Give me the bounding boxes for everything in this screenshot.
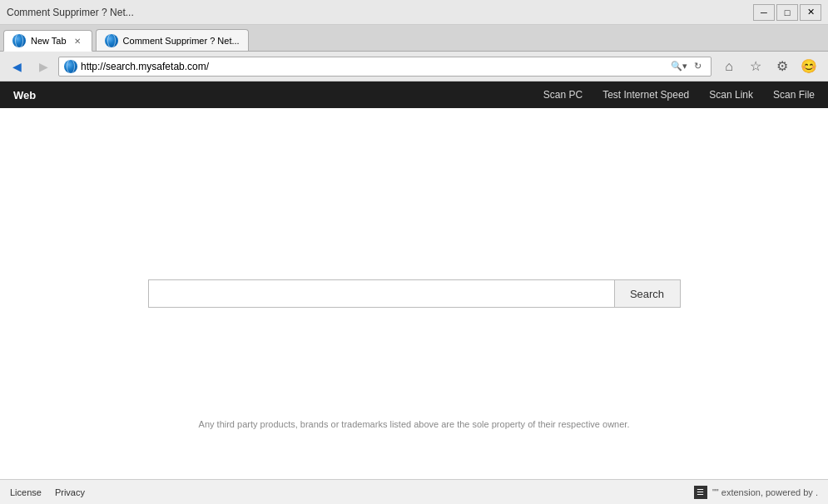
address-buttons: 🔍▾ ↻ bbox=[671, 57, 706, 76]
address-bar: ◀ ▶ 🔍▾ ↻ ⌂ ☆ ⚙ 😊 bbox=[0, 52, 828, 82]
search-button[interactable]: Search bbox=[614, 279, 681, 308]
tab-label-comment: Comment Supprimer ? Net... bbox=[123, 36, 240, 46]
tab-label-new-tab: New Tab bbox=[31, 36, 67, 46]
extension-text: "" extension, powered by . bbox=[712, 487, 818, 497]
footer-privacy-link[interactable]: Privacy bbox=[55, 487, 85, 497]
refresh-button[interactable]: ↻ bbox=[689, 57, 706, 76]
tab-bar: New Tab ✕ Comment Supprimer ? Net... bbox=[0, 25, 828, 52]
title-bar: Comment Supprimer ? Net... ─ □ ✕ bbox=[0, 0, 828, 25]
tab-close-new-tab[interactable]: ✕ bbox=[72, 35, 83, 47]
footer-right: ☰ "" extension, powered by . bbox=[694, 486, 818, 499]
tab-new-tab[interactable]: New Tab ✕ bbox=[3, 30, 92, 52]
settings-button[interactable]: ⚙ bbox=[771, 56, 793, 77]
tab-icon-comment bbox=[105, 34, 118, 47]
close-button[interactable]: ✕ bbox=[800, 4, 821, 21]
favorites-button[interactable]: ☆ bbox=[745, 56, 766, 77]
title-bar-title: Comment Supprimer ? Net... bbox=[7, 7, 134, 18]
back-button[interactable]: ◀ bbox=[5, 56, 28, 77]
nav-bar: Web Scan PC Test Internet Speed Scan Lin… bbox=[0, 82, 828, 108]
nav-link-scan-link[interactable]: Scan Link bbox=[709, 89, 753, 101]
title-bar-left: Comment Supprimer ? Net... bbox=[7, 7, 134, 18]
tab-icon-new-tab bbox=[12, 34, 26, 47]
search-area: Search bbox=[148, 279, 681, 308]
main-content: Search Any third party products, brands … bbox=[0, 108, 828, 479]
search-dropdown-button[interactable]: 🔍▾ bbox=[671, 57, 687, 76]
disclaimer-text: Any third party products, brands or trad… bbox=[0, 419, 828, 429]
extension-icon: ☰ bbox=[694, 486, 707, 499]
address-globe-icon bbox=[64, 60, 77, 73]
nav-link-scan-file[interactable]: Scan File bbox=[773, 89, 815, 101]
nav-link-scan-pc[interactable]: Scan PC bbox=[543, 89, 583, 101]
address-field: 🔍▾ ↻ bbox=[58, 57, 711, 77]
maximize-button[interactable]: □ bbox=[776, 4, 798, 21]
footer-links: License Privacy bbox=[10, 487, 85, 497]
address-input[interactable] bbox=[81, 61, 667, 72]
tab-comment-supprimer[interactable]: Comment Supprimer ? Net... bbox=[96, 29, 249, 51]
minimize-button[interactable]: ─ bbox=[753, 4, 775, 21]
search-input[interactable] bbox=[148, 279, 614, 308]
nav-link-test-speed[interactable]: Test Internet Speed bbox=[602, 89, 689, 101]
forward-button[interactable]: ▶ bbox=[32, 56, 55, 77]
toolbar-right: ⌂ ☆ ⚙ 😊 bbox=[715, 56, 823, 77]
footer-license-link[interactable]: License bbox=[10, 487, 42, 497]
home-button[interactable]: ⌂ bbox=[718, 56, 740, 77]
footer: License Privacy ☰ "" extension, powered … bbox=[0, 479, 828, 504]
nav-brand: Web bbox=[13, 89, 36, 101]
title-bar-controls: ─ □ ✕ bbox=[753, 4, 821, 21]
emoji-button[interactable]: 😊 bbox=[798, 56, 820, 77]
